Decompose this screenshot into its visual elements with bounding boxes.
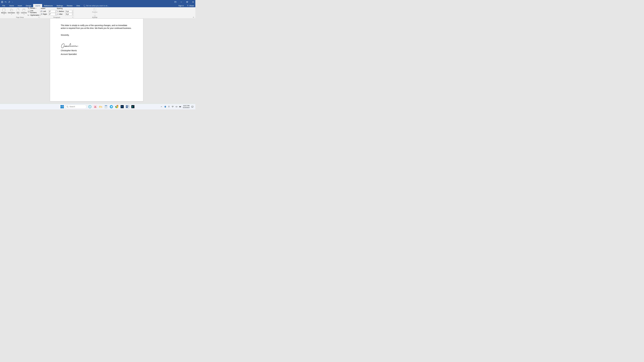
spacing-before-input[interactable] (66, 10, 72, 12)
close-icon[interactable] (192, 1, 194, 3)
tab-layout[interactable]: Layout (33, 4, 42, 7)
indent-left-input-wrap: ▲▼ (48, 10, 56, 13)
spinner-down[interactable]: ▼ (72, 14, 73, 15)
tab-home[interactable]: Home (8, 4, 16, 7)
share-button[interactable]: Share (186, 5, 195, 7)
title-bar-right (174, 1, 194, 3)
page-setup-group-label: Page Setup (0, 16, 40, 18)
taskbar-filmora[interactable] (131, 105, 135, 109)
tab-review[interactable]: Review (65, 4, 74, 7)
letter-body[interactable]: This letter is simply to notify you of t… (61, 24, 132, 30)
tab-mailings[interactable]: Mailings (55, 4, 65, 7)
spinner-down[interactable]: ▼ (55, 14, 56, 15)
page-setup-launcher[interactable] (38, 17, 39, 18)
ribbon-display-icon[interactable] (174, 1, 176, 3)
taskbar-photoshop[interactable]: Ps (120, 105, 124, 109)
svg-rect-105 (169, 106, 169, 107)
tray-chevron-icon[interactable] (160, 106, 162, 108)
undo-icon[interactable] (4, 1, 7, 3)
redo-icon[interactable] (8, 1, 10, 3)
position-button[interactable]: Position ▾ (74, 7, 115, 14)
taskbar-word[interactable]: W (126, 105, 130, 109)
document-area[interactable]: This letter is simply to notify you of t… (0, 18, 195, 103)
indent-left-icon (40, 10, 43, 12)
indent-left-input[interactable] (49, 10, 55, 12)
spinner-up[interactable]: ▲ (72, 13, 73, 14)
indent-right-label: Right: (43, 13, 48, 15)
save-icon[interactable] (1, 1, 3, 3)
indent-left-label: Left: (43, 10, 48, 12)
svg-rect-23 (28, 7, 29, 8)
start-button[interactable] (60, 105, 64, 108)
page-content[interactable]: This letter is simply to notify you of t… (50, 19, 143, 61)
taskbar-chrome[interactable]: n (115, 105, 119, 109)
spacing-after-input[interactable] (66, 13, 72, 15)
tray-security-icon[interactable] (164, 106, 166, 108)
columns-button[interactable]: Columns ▾ (20, 7, 27, 16)
dropdown-icon: ▾ (18, 14, 18, 15)
tell-me-search[interactable]: Tell me what you want to do... (84, 4, 109, 7)
search-icon (66, 106, 68, 108)
spinner-up[interactable]: ▲ (72, 10, 73, 11)
ribbon-panel: Margins ▾ Orientation ▾ Size ▾ Columns ▾ (0, 7, 195, 18)
taskbar-notepad[interactable] (104, 105, 108, 109)
taskbar-telegram[interactable] (109, 105, 113, 109)
spinner-up[interactable]: ▲ (55, 13, 56, 14)
svg-rect-86 (105, 105, 107, 106)
minimize-icon[interactable] (180, 1, 182, 3)
paragraph-launcher[interactable] (72, 17, 73, 18)
taskbar-clock[interactable]: 10:57 PM 5/23/2023 (183, 105, 190, 108)
tray-volume-icon[interactable] (175, 106, 178, 108)
margins-button[interactable]: Margins ▾ (0, 7, 7, 16)
tray-mic-icon[interactable] (168, 106, 170, 108)
breaks-label: Breaks (30, 7, 35, 9)
size-button[interactable]: Size ▾ (16, 7, 20, 16)
maximize-icon[interactable] (186, 1, 188, 3)
svg-text:n: n (118, 105, 118, 106)
page[interactable]: This letter is simply to notify you of t… (50, 18, 143, 101)
svg-rect-16 (23, 9, 25, 11)
tab-view[interactable]: View (74, 4, 82, 7)
date-label: 5/23/2023 (183, 107, 190, 108)
taskbar-search[interactable]: Search (65, 105, 86, 109)
quick-access-toolbar: ▾ (1, 1, 13, 3)
tray-wifi-icon[interactable] (172, 106, 174, 108)
ribbon-tabs: File Home Insert Design Layout Reference… (0, 4, 195, 7)
signature-image[interactable] (61, 42, 132, 49)
breaks-button[interactable]: Breaks ▾ (28, 7, 41, 9)
signer-title[interactable]: Account Specialist (61, 53, 132, 56)
signer-name[interactable]: Christopher Morris (61, 49, 132, 52)
tray-battery-icon[interactable] (179, 106, 181, 108)
spinner-up[interactable]: ▲ (55, 10, 56, 11)
line-numbers-button[interactable]: Line Numbers ▾ (28, 10, 41, 14)
tab-file[interactable]: File (0, 4, 8, 7)
spinner-down[interactable]: ▼ (72, 11, 73, 12)
qat-customize[interactable]: ▾ (12, 1, 13, 3)
paragraph-group-label: Paragraph (40, 16, 74, 18)
svg-text:W: W (126, 106, 128, 107)
position-icon (93, 8, 96, 11)
svg-rect-6 (186, 1, 188, 2)
tab-references[interactable]: References (42, 4, 55, 7)
taskbar-bing[interactable] (88, 105, 92, 109)
notifications-icon[interactable] (191, 105, 194, 108)
letter-closing[interactable]: Sincerely, (61, 34, 132, 36)
time-label: 10:57 PM (183, 105, 190, 107)
orientation-button[interactable]: Orientation ▾ (7, 7, 16, 16)
spinner-down[interactable]: ▼ (55, 11, 56, 12)
title-bar: ▾ (0, 0, 195, 4)
tab-design[interactable]: Design (24, 4, 33, 7)
hyphenation-icon: bc (28, 14, 30, 16)
collapse-ribbon-icon[interactable] (193, 17, 194, 18)
svg-rect-14 (11, 9, 13, 11)
taskbar-explorer[interactable] (98, 105, 103, 109)
margins-icon (2, 8, 6, 12)
indent-right-input[interactable] (49, 13, 55, 15)
spacing-after-label: After: (59, 13, 65, 15)
position-label: Position (92, 11, 98, 13)
columns-label: Columns (21, 12, 27, 13)
hyphenation-button[interactable]: bc Hyphenation ▾ (28, 14, 41, 16)
tab-insert[interactable]: Insert (16, 4, 24, 7)
signin-button[interactable]: Sign in (176, 5, 186, 7)
taskbar-snip[interactable] (93, 105, 97, 109)
